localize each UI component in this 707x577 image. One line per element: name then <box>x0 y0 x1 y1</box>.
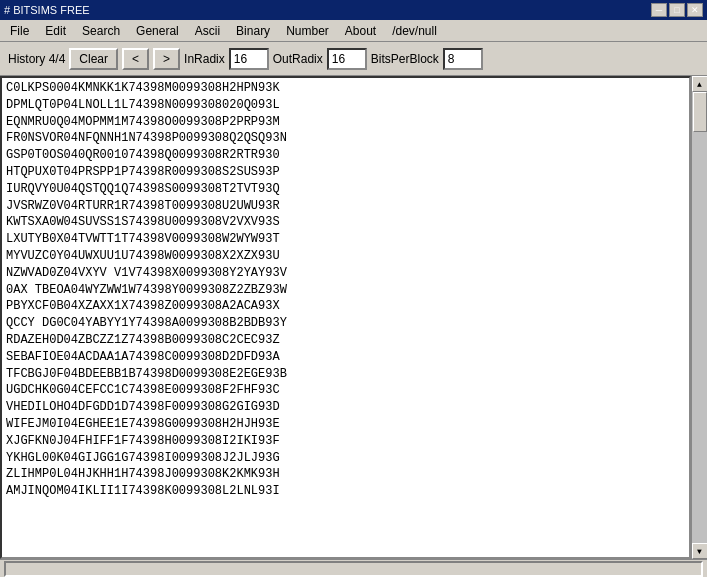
menu-general[interactable]: General <box>128 22 187 40</box>
text-line: HTQPUX0T04PRSPP1P74398R0099308S2SUS93P <box>6 164 685 181</box>
text-line: C0LKPS0004KMNKK1K74398M0099308H2HPN93K <box>6 80 685 97</box>
scroll-down-button[interactable]: ▼ <box>692 543 708 559</box>
bitsperblock-input[interactable] <box>443 48 483 70</box>
text-line: IURQVY0U04QSTQQ1Q74398S0099308T2TVT93Q <box>6 181 685 198</box>
menu-about[interactable]: About <box>337 22 384 40</box>
text-line: SEBAFIOE04ACDAA1A74398C0099308D2DFD93A <box>6 349 685 366</box>
status-bar <box>0 559 707 577</box>
text-line: QCCY DG0C04YABYY1Y74398A0099308B2BDB93Y <box>6 315 685 332</box>
text-line: LXUTYB0X04TVWTT1T74398V0099308W2WYW93T <box>6 231 685 248</box>
text-line: MYVUZC0Y04UWXUU1U74398W0099308X2XZX93U <box>6 248 685 265</box>
text-line: GSP0T0OS040QR001074398Q0099308R2RTR930 <box>6 147 685 164</box>
text-line: PBYXCF0B04XZAXX1X74398Z0099308A2ACA93X <box>6 298 685 315</box>
text-line: DPMLQT0P04LNOLL1L74398N0099308020Q093L <box>6 97 685 114</box>
window-title: # BITSIMS FREE <box>4 4 90 16</box>
main-area: C0LKPS0004KMNKK1K74398M0099308H2HPN93KDP… <box>0 76 707 559</box>
menu-file[interactable]: File <box>2 22 37 40</box>
text-content[interactable]: C0LKPS0004KMNKK1K74398M0099308H2HPN93KDP… <box>0 76 691 559</box>
text-line: AMJINQOM04IKLII1I74398K0099308L2LNL93I <box>6 483 685 500</box>
text-line: KWTSXA0W04SUVSS1S74398U0099308V2VXV93S <box>6 214 685 231</box>
toolbar: History 4/4 Clear < > InRadix OutRadix B… <box>0 42 707 76</box>
outradix-label: OutRadix <box>273 52 323 66</box>
close-button[interactable]: ✕ <box>687 3 703 17</box>
menu-bar: File Edit Search General Ascii Binary Nu… <box>0 20 707 42</box>
bitsperblock-label: BitsPerBlock <box>371 52 439 66</box>
inradix-input[interactable] <box>229 48 269 70</box>
text-line: YKHGL00K04GIJGG1G74398I0099308J2JLJ93G <box>6 450 685 467</box>
title-bar: # BITSIMS FREE ─ □ ✕ <box>0 0 707 20</box>
scrollbar-thumb[interactable] <box>693 92 707 132</box>
text-line: UGDCHK0G04CEFCC1C74398E0099308F2FHF93C <box>6 382 685 399</box>
text-line: RDAZEH0D04ZBCZZ1Z74398B0099308C2CEC93Z <box>6 332 685 349</box>
menu-edit[interactable]: Edit <box>37 22 74 40</box>
menu-binary[interactable]: Binary <box>228 22 278 40</box>
scrollbar[interactable]: ▲ ▼ <box>691 76 707 559</box>
outradix-input[interactable] <box>327 48 367 70</box>
text-line: WIFEJM0I04EGHEE1E74398G0099308H2HJH93E <box>6 416 685 433</box>
text-line: VHEDILOHO4DFGDD1D74398F0099308G2GIG93D <box>6 399 685 416</box>
text-line: TFCBGJ0F04BDEEBB1B74398D0099308E2EGE93B <box>6 366 685 383</box>
menu-ascii[interactable]: Ascii <box>187 22 228 40</box>
text-line: 0AX TBEOA04WYZWW1W74398Y0099308Z2ZBZ93W <box>6 282 685 299</box>
maximize-button[interactable]: □ <box>669 3 685 17</box>
text-line: ZLIHMP0L04HJKHH1H74398J0099308K2KMK93H <box>6 466 685 483</box>
menu-number[interactable]: Number <box>278 22 337 40</box>
text-line: FR0NSVOR04NFQNNH1N74398P0099308Q2QSQ93N <box>6 130 685 147</box>
text-line: EQNMRU0Q04MOPMM1M74398O0099308P2PRP93M <box>6 114 685 131</box>
text-line: XJGFKN0J04FHIFF1F74398H0099308I2IKI93F <box>6 433 685 450</box>
text-line: NZWVAD0Z04VXYV V1V74398X0099308Y2YAY93V <box>6 265 685 282</box>
window-controls: ─ □ ✕ <box>651 3 703 17</box>
next-button[interactable]: > <box>153 48 180 70</box>
menu-devnull[interactable]: /dev/null <box>384 22 445 40</box>
text-line: JVSRWZ0V04RTURR1R74398T0099308U2UWU93R <box>6 198 685 215</box>
scroll-up-button[interactable]: ▲ <box>692 76 708 92</box>
inradix-label: InRadix <box>184 52 225 66</box>
prev-button[interactable]: < <box>122 48 149 70</box>
menu-search[interactable]: Search <box>74 22 128 40</box>
clear-button[interactable]: Clear <box>69 48 118 70</box>
history-label: History 4/4 <box>8 52 65 66</box>
scrollbar-track[interactable] <box>692 92 708 543</box>
status-text <box>4 561 703 577</box>
minimize-button[interactable]: ─ <box>651 3 667 17</box>
